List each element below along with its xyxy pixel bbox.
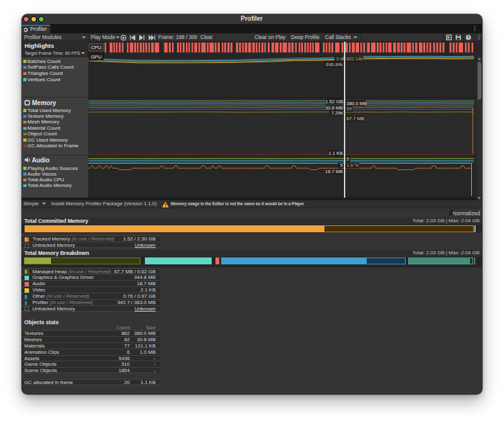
svg-text:696.84k: 696.84k	[326, 62, 343, 67]
svg-text:77: 77	[346, 106, 352, 112]
svg-text:5: 5	[346, 157, 349, 162]
svg-text:18.7 MB: 18.7 MB	[325, 169, 343, 175]
svg-text:380.0 MB: 380.0 MB	[346, 101, 367, 106]
svg-text:67.7 MB: 67.7 MB	[346, 116, 364, 122]
svg-text:1.52 GB: 1.52 GB	[325, 99, 343, 104]
svg-text:GPU: GPU	[91, 54, 101, 60]
svg-text:1.6 %: 1.6 %	[346, 163, 359, 169]
svg-text:7.29k: 7.29k	[331, 110, 343, 116]
svg-text:CPU: CPU	[91, 45, 101, 50]
svg-text:622.14k: 622.14k	[346, 57, 363, 62]
svg-text:0.9: 0.9	[336, 57, 343, 62]
svg-text:5: 5	[340, 163, 343, 169]
svg-text:1.1 KB: 1.1 KB	[328, 150, 343, 156]
svg-text:?: ?	[467, 35, 470, 40]
